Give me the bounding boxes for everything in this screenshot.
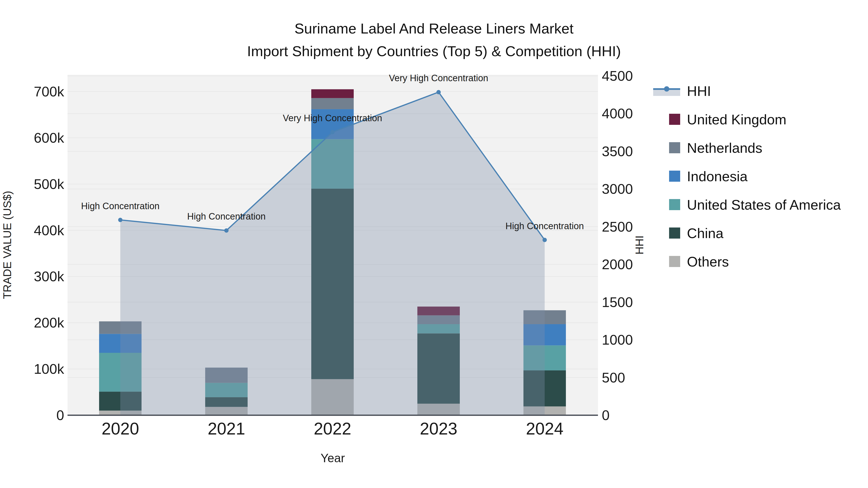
legend-item-netherlands[interactable]: Netherlands [669,141,841,155]
legend-item-hhi[interactable]: HHI [669,84,841,98]
legend-label-united-kingdom: United Kingdom [687,111,786,128]
annotation-2024: High Concentration [505,221,584,231]
legend-item-united-kingdom[interactable]: United Kingdom [669,112,841,126]
legend-swatch-united-kingdom-icon [669,114,680,125]
legend-item-indonesia[interactable]: Indonesia [669,169,841,183]
legend-item-others[interactable]: Others [669,255,841,268]
y-left-tick-100k: 100k [34,361,64,377]
legend-item-china[interactable]: China [669,226,841,240]
annotation-2022: Very High Concentration [283,113,382,123]
x-axis-title: Year [320,451,345,465]
legend-swatch-others-icon [669,256,680,267]
y-left-axis-title: TRADE VALUE (US$) [1,191,13,299]
legend-swatch-indonesia-icon [669,171,680,182]
hhi-marker-2020[interactable] [118,218,123,222]
legend-swatch-china-icon [669,227,680,238]
legend-item-united-states-of-america[interactable]: United States of America [669,198,841,212]
legend-label-others: Others [687,254,729,270]
legend-label-indonesia: Indonesia [687,168,748,184]
hhi-marker-2023[interactable] [436,90,441,94]
x-tick-2020: 2020 [101,419,139,438]
y-left-tick-0: 0 [56,407,64,423]
y-right-tick-2500: 2500 [602,219,633,234]
y-right-tick-3500: 3500 [602,143,633,159]
bar-segment-united-kingdom-2022[interactable] [311,89,354,98]
y-right-tick-1000: 1000 [602,332,633,348]
x-tick-2021: 2021 [208,419,245,438]
y-left-tick-500k: 500k [34,176,64,192]
y-left-tick-400k: 400k [34,222,64,238]
y-right-tick-4500: 4500 [602,68,633,84]
hhi-marker-2024[interactable] [542,238,547,242]
hhi-legend-swatch-icon [653,85,680,96]
y-left-tick-200k: 200k [34,315,64,330]
bar-segment-netherlands-2022[interactable] [311,98,354,109]
y-right-axis-title: HHI [633,235,646,255]
hhi-legend-marker-dot [664,86,669,92]
hhi-marker-2021[interactable] [224,228,228,233]
legend-label-hhi: HHI [687,83,711,99]
y-right-tick-2000: 2000 [602,256,633,272]
legend: HHIUnited KingdomNetherlandsIndonesiaUni… [669,84,841,268]
annotation-2021: High Concentration [187,212,266,222]
legend-swatch-united-states-of-america-icon [669,199,680,210]
x-tick-2023: 2023 [420,419,457,438]
hhi-marker-2022[interactable] [330,130,335,134]
y-right-tick-3000: 3000 [602,181,633,197]
figure: Suriname Label And Release Liners Market… [0,0,868,488]
y-left-tick-700k: 700k [34,84,64,99]
annotation-2023: Very High Concentration [389,73,488,83]
legend-label-united-states-of-america: United States of America [687,197,841,213]
legend-label-china: China [687,225,723,241]
legend-swatch-netherlands-icon [669,142,680,153]
y-right-tick-0: 0 [602,407,610,423]
y-right-tick-500: 500 [602,370,625,385]
y-left-tick-300k: 300k [34,268,64,284]
annotation-2020: High Concentration [81,201,159,211]
x-tick-2022: 2022 [314,419,351,438]
legend-label-netherlands: Netherlands [687,140,763,156]
y-right-tick-1500: 1500 [602,294,633,310]
x-tick-2024: 2024 [526,419,563,438]
y-left-tick-600k: 600k [34,130,64,145]
y-right-tick-4000: 4000 [602,105,633,121]
